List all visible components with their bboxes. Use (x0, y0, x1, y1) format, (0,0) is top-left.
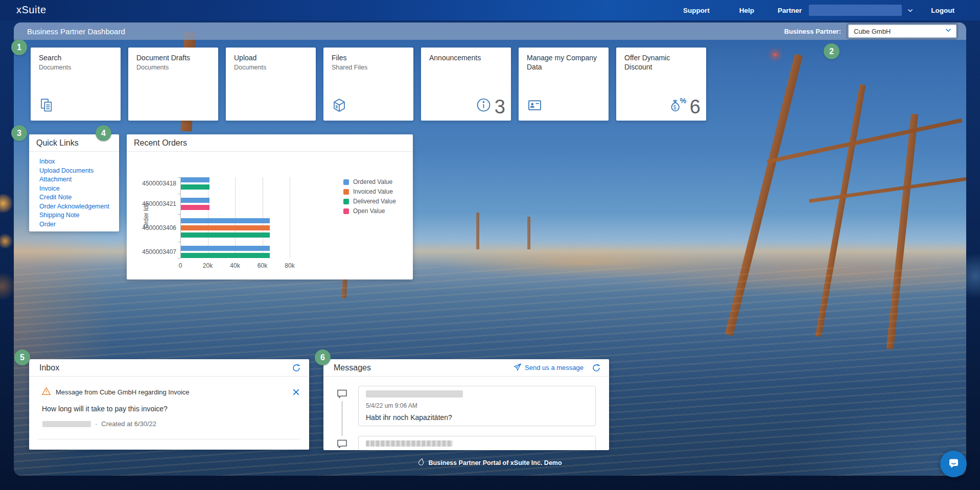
quick-links-list: InboxUpload DocumentsAttachmentInvoiceCr… (29, 152, 119, 228)
business-partner-value: Cube GmbH (854, 28, 945, 35)
recent-orders-title: Recent Orders (134, 138, 187, 148)
top-nav: Support Help Partner Logout (683, 0, 980, 20)
quick-link-item: Invoice (39, 184, 119, 193)
tile-title: Files (332, 54, 406, 63)
xsuite-logo: xSuite (16, 4, 46, 16)
xsuite-mark-icon (418, 458, 425, 468)
divider (37, 439, 301, 439)
tiles-row: SearchDocumentsDocument DraftsDocumentsU… (31, 48, 706, 121)
refresh-icon[interactable] (292, 363, 301, 372)
legend-swatch (343, 208, 349, 214)
id-card-icon (527, 98, 543, 115)
step-badge-5: 5 (14, 349, 30, 365)
quick-link-item: Upload Documents (39, 166, 119, 175)
message-time: 5/4/22 um 9:06 AM (366, 402, 588, 409)
bar-ordered-value-4500003407 (181, 246, 270, 251)
y-tick (178, 258, 180, 259)
chart-plot-area: 020k40k60k80k450000341845000034214500003… (180, 177, 290, 258)
quick-link-item: Attachment (39, 175, 119, 184)
help-link[interactable]: Help (739, 7, 754, 14)
tile-search[interactable]: SearchDocuments (31, 48, 121, 121)
step-badge-1: 1 (11, 39, 27, 55)
bar-delivered-value-4500003407 (181, 253, 270, 258)
quick-link-order-acknowledgement[interactable]: Order Acknowledgement (39, 203, 109, 210)
legend-swatch (343, 189, 349, 195)
chat-launcher-button[interactable] (940, 451, 967, 477)
tile-subtitle: Documents (39, 64, 113, 71)
tile-document-drafts[interactable]: Document DraftsDocuments (128, 48, 218, 121)
footer-note: Business Partner Portal of xSuite Inc. D… (14, 458, 966, 468)
x-tick-label: 40k (230, 262, 240, 269)
quick-link-shipping-note[interactable]: Shipping Note (39, 212, 80, 219)
quick-link-item: Order (39, 220, 119, 229)
tile-manage-my-company-data[interactable]: Manage my Company Data (519, 48, 609, 121)
tile-title: Document Drafts (136, 54, 211, 63)
legend-swatch (343, 199, 349, 204)
messages-panel: Messages Send us a message 5/4/22 um 9:0… (323, 359, 609, 450)
close-icon[interactable] (292, 388, 300, 396)
redacted-sender (366, 440, 453, 447)
quick-link-order[interactable]: Order (39, 221, 56, 228)
legend-swatch (343, 179, 349, 185)
discount-bag-icon: $% (669, 97, 687, 115)
legend-item-delivered-value: Delivered Value (343, 198, 396, 205)
inbox-message-text: How long will it take to pay this invoic… (42, 405, 168, 413)
tile-title: Manage my Company Data (527, 54, 601, 72)
copy-documents-icon (39, 98, 54, 115)
quick-link-invoice[interactable]: Invoice (39, 185, 60, 192)
recent-orders-chart: Order Ids 020k40k60k80k45000034184500003… (127, 152, 413, 279)
bar-ordered-value-4500003418 (181, 177, 209, 182)
bar-ordered-value-4500003406 (181, 218, 270, 223)
svg-text:$: $ (673, 105, 676, 110)
tile-count: 6 (690, 99, 700, 115)
legend-item-ordered-value: Ordered Value (343, 178, 396, 185)
refresh-icon[interactable] (592, 363, 601, 372)
tile-files[interactable]: FilesShared Files (323, 48, 413, 121)
dashboard-header-strip: Business Partner Dashboard Business Part… (14, 22, 966, 40)
y-tick (178, 242, 180, 242)
message-text: Habt ihr noch Kapazitäten? (366, 413, 588, 422)
content-container: Business Partner Dashboard Business Part… (14, 22, 966, 476)
messages-list: 5/4/22 um 9:06 AMHabt ihr noch Kapazität… (323, 377, 609, 450)
quick-link-inbox[interactable]: Inbox (39, 158, 55, 165)
inbox-message-subject: Message from Cube GmbH regarding Invoice (56, 388, 190, 396)
tile-subtitle: Shared Files (332, 64, 406, 71)
info-circle-icon (476, 97, 492, 115)
quick-links-title: Quick Links (36, 138, 79, 148)
x-tick-label: 80k (285, 262, 294, 269)
chevron-down-icon[interactable] (907, 7, 914, 14)
partner-select-redacted[interactable] (809, 5, 902, 16)
business-partner-select[interactable]: Cube GmbH (848, 25, 956, 38)
quick-link-item: Inbox (39, 157, 119, 166)
send-us-a-message-link[interactable]: Send us a message (513, 363, 584, 373)
legend-label: Open Value (353, 207, 385, 215)
tile-upload[interactable]: UploadDocuments (226, 48, 316, 121)
thread-connector (342, 401, 342, 436)
bar-ordered-value-4500003421 (181, 198, 209, 203)
message-bubble (358, 436, 596, 450)
logout-link[interactable]: Logout (931, 7, 954, 14)
page-title: Business Partner Dashboard (27, 27, 125, 36)
speech-bubble-icon (336, 438, 348, 450)
y-tick (178, 194, 180, 194)
inbox-message-item[interactable]: Message from Cube GmbH regarding Invoice (41, 387, 300, 398)
tile-offer-dynamic-discount[interactable]: Offer Dynamic Discount$%6 (616, 48, 706, 121)
redacted-sender (42, 421, 91, 427)
quick-link-attachment[interactable]: Attachment (39, 176, 72, 183)
tile-announcements[interactable]: Announcements3 (421, 48, 511, 121)
tile-title: Search (39, 54, 113, 63)
partner-label: Partner (778, 7, 802, 14)
quick-link-credit-note[interactable]: Credit Note (39, 194, 72, 201)
inbox-created-date: Created at 6/30/22 (101, 420, 156, 428)
quick-link-item: Credit Note (39, 193, 119, 202)
quick-link-item: Order Acknowledgement (39, 202, 119, 211)
package-icon (332, 98, 347, 115)
quick-link-upload-documents[interactable]: Upload Documents (39, 167, 94, 174)
y-tick (178, 177, 180, 178)
created-separator: · (95, 420, 97, 428)
tile-subtitle: Documents (136, 64, 211, 71)
support-link[interactable]: Support (683, 7, 710, 14)
y-tick (178, 214, 180, 215)
bar-open-value-4500003421 (181, 205, 209, 210)
step-badge-4: 4 (96, 125, 111, 141)
